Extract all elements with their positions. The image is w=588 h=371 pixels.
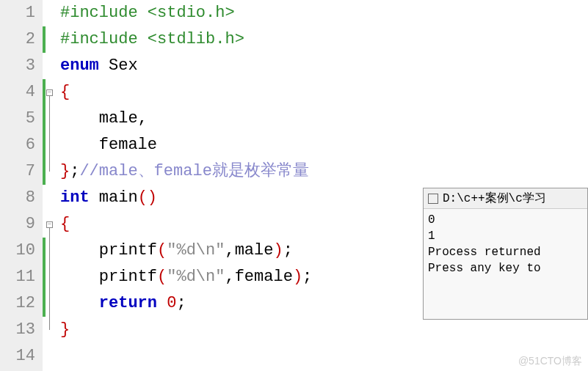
watermark-text: @51CTO博客 — [518, 355, 582, 368]
line-number: 3 — [0, 53, 35, 79]
line-number-gutter: 1 2 3 4 5 6 7 8 9 10 11 12 13 14 — [0, 0, 43, 371]
line-number: 12 — [0, 290, 35, 317]
code-line: #include <stdlib.h> — [60, 26, 588, 53]
line-number: 5 — [0, 106, 35, 132]
code-line: };//male、female就是枚举常量 — [60, 158, 588, 185]
window-icon — [428, 194, 438, 204]
line-number: 4 — [0, 79, 35, 106]
line-number: 14 — [0, 343, 35, 370]
code-line: enum Sex — [60, 53, 588, 79]
console-output-window: D:\c++案例\c学习 01Process returnedPress any… — [423, 188, 588, 320]
console-body: 01Process returnedPress any key to — [424, 209, 587, 319]
fold-toggle-icon[interactable]: − — [46, 89, 53, 96]
console-line: Process returned — [428, 244, 583, 260]
console-line: 1 — [428, 228, 583, 244]
line-number: 10 — [0, 238, 35, 264]
line-number: 7 — [0, 158, 35, 185]
console-line: 0 — [428, 212, 583, 228]
code-line: female — [60, 132, 588, 158]
code-line: { — [60, 79, 588, 106]
fold-column: − − — [46, 0, 57, 371]
console-titlebar[interactable]: D:\c++案例\c学习 — [424, 188, 587, 209]
console-line: Press any key to — [428, 260, 583, 276]
line-number: 11 — [0, 264, 35, 290]
code-line: } — [60, 317, 588, 343]
fold-toggle-icon[interactable]: − — [46, 221, 53, 228]
console-title-text: D:\c++案例\c学习 — [443, 191, 546, 206]
line-number: 8 — [0, 185, 35, 211]
code-line — [60, 343, 588, 370]
line-number: 13 — [0, 317, 35, 343]
line-number: 1 — [0, 0, 35, 26]
line-number: 6 — [0, 132, 35, 158]
line-number: 2 — [0, 26, 35, 53]
code-line: #include <stdio.h> — [60, 0, 588, 26]
code-line: male, — [60, 106, 588, 132]
line-number: 9 — [0, 211, 35, 238]
